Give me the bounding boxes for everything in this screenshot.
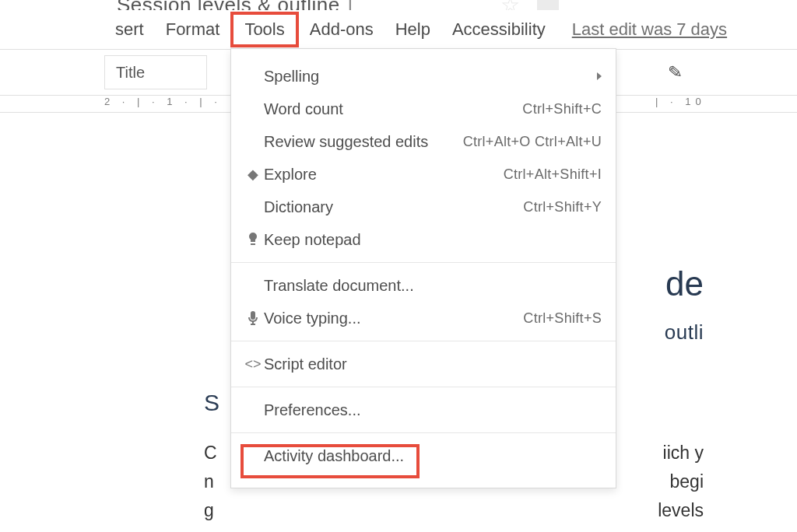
annotation-highlight bbox=[241, 444, 420, 478]
edit-mode-icon[interactable]: ✎ bbox=[667, 61, 683, 82]
menu-separator bbox=[231, 262, 616, 263]
menu-addons[interactable]: Add-ons bbox=[299, 15, 384, 44]
ruler-left: 2 · | · 1 · | · bbox=[0, 96, 233, 112]
menu-insert[interactable]: sert bbox=[104, 15, 155, 44]
menu-separator bbox=[231, 341, 616, 341]
menu-bar: sert Format Tools Add-ons Help Accessibi… bbox=[0, 10, 797, 49]
menu-help[interactable]: Help bbox=[384, 15, 441, 44]
menuitem-label: Voice typing... bbox=[264, 310, 523, 327]
menuitem-label: Keep notepad bbox=[264, 231, 602, 249]
menuitem-shortcut: Ctrl+Shift+Y bbox=[523, 199, 602, 215]
code-icon: <> bbox=[242, 356, 264, 373]
tools-dropdown: Spelling Word count Ctrl+Shift+C Review … bbox=[230, 48, 616, 488]
menuitem-label: Script editor bbox=[264, 355, 602, 373]
text-fragment: group. bbox=[204, 524, 704, 532]
menuitem-review-edits[interactable]: Review suggested edits Ctrl+Alt+O Ctrl+A… bbox=[231, 125, 616, 158]
menu-tools[interactable]: Tools bbox=[230, 12, 298, 47]
text-fragment: n bbox=[204, 467, 214, 496]
document-title[interactable]: Session levels & outline bbox=[117, 0, 340, 10]
menuitem-shortcut: Ctrl+Shift+S bbox=[523, 310, 602, 327]
text-fragment: levels bbox=[658, 496, 704, 525]
text-fragment: C bbox=[204, 439, 217, 467]
star-icon[interactable]: ☆ bbox=[500, 0, 520, 10]
menuitem-label: Dictionary bbox=[264, 198, 523, 216]
move-icon[interactable] bbox=[537, 0, 559, 10]
last-edit-info[interactable]: Last edit was 7 days bbox=[572, 19, 727, 40]
menuitem-shortcut: Ctrl+Shift+C bbox=[522, 101, 602, 117]
text-fragment: iich y bbox=[663, 439, 704, 467]
ruler-right: | · 10 bbox=[655, 96, 797, 112]
menu-format[interactable]: Format bbox=[155, 15, 231, 44]
menuitem-preferences[interactable]: Preferences... bbox=[231, 394, 616, 426]
style-selector-label: Title bbox=[116, 64, 145, 82]
text-fragment: begi bbox=[670, 467, 704, 496]
text-fragment: g bbox=[204, 496, 214, 525]
menuitem-label: Review suggested edits bbox=[264, 133, 463, 151]
menuitem-voice-typing[interactable]: Voice typing... Ctrl+Shift+S bbox=[231, 302, 616, 334]
keep-icon bbox=[242, 233, 264, 247]
menuitem-label: Translate document... bbox=[264, 277, 602, 295]
menuitem-label: Spelling bbox=[264, 68, 592, 86]
microphone-icon bbox=[242, 311, 264, 325]
menuitem-shortcut: Ctrl+Alt+O Ctrl+Alt+U bbox=[463, 134, 602, 150]
menuitem-explore[interactable]: ◆ Explore Ctrl+Alt+Shift+I bbox=[231, 158, 616, 191]
menuitem-script-editor[interactable]: <> Script editor bbox=[231, 348, 616, 380]
menuitem-label: Preferences... bbox=[264, 401, 602, 419]
submenu-arrow-icon bbox=[597, 72, 602, 80]
menuitem-shortcut: Ctrl+Alt+Shift+I bbox=[504, 166, 602, 183]
menuitem-spelling[interactable]: Spelling bbox=[231, 60, 616, 93]
menu-separator bbox=[231, 432, 616, 433]
title-bar: Session levels & outline | ☆ bbox=[0, 0, 797, 10]
style-selector[interactable]: Title bbox=[104, 55, 207, 89]
explore-icon: ◆ bbox=[242, 166, 264, 183]
menuitem-keep-notepad[interactable]: Keep notepad bbox=[231, 223, 616, 256]
title-separator: | bbox=[340, 0, 361, 10]
menuitem-label: Word count bbox=[264, 100, 522, 118]
menuitem-word-count[interactable]: Word count Ctrl+Shift+C bbox=[231, 93, 616, 125]
menuitem-label: Explore bbox=[264, 166, 504, 184]
menuitem-translate[interactable]: Translate document... bbox=[231, 269, 616, 302]
menu-accessibility[interactable]: Accessibility bbox=[441, 15, 556, 44]
menu-separator bbox=[231, 387, 616, 387]
menuitem-dictionary[interactable]: Dictionary Ctrl+Shift+Y bbox=[231, 191, 616, 223]
